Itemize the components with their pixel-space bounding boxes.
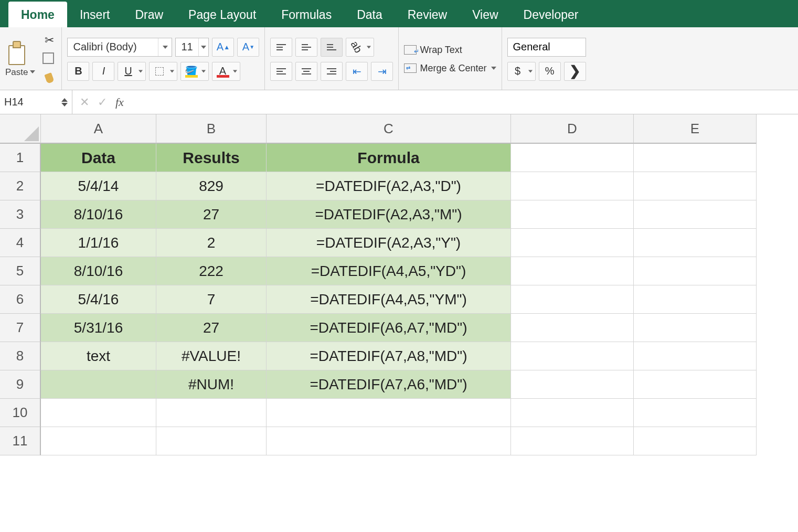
merge-center-button[interactable]: ⇄ Merge & Center: [404, 63, 496, 74]
cell-B5[interactable]: 222: [156, 257, 267, 285]
cell-C11[interactable]: [267, 427, 511, 455]
align-left-button[interactable]: [270, 62, 292, 81]
orientation-button[interactable]: ab: [346, 38, 374, 57]
cell-B1[interactable]: Results: [156, 144, 267, 172]
cell-C2[interactable]: =DATEDIF(A2,A3,"D"): [267, 172, 511, 200]
accounting-format-button[interactable]: $: [507, 62, 536, 81]
cell-D11[interactable]: [511, 427, 634, 455]
cell-B11[interactable]: [156, 427, 267, 455]
cut-button[interactable]: [42, 34, 56, 47]
cell-C8[interactable]: =DATEDIF(A7,A8,"MD"): [267, 342, 511, 370]
font-size-combo[interactable]: 11: [175, 38, 209, 57]
column-header-C[interactable]: C: [267, 114, 511, 144]
cell-A10[interactable]: [41, 399, 156, 427]
column-header-D[interactable]: D: [511, 114, 634, 144]
align-bottom-button[interactable]: [321, 38, 343, 57]
cell-B4[interactable]: 2: [156, 229, 267, 257]
select-all-corner[interactable]: [0, 114, 41, 144]
cell-C9[interactable]: =DATEDIF(A7,A6,"MD"): [267, 370, 511, 399]
borders-button[interactable]: [149, 62, 177, 81]
cell-E10[interactable]: [634, 399, 757, 427]
cell-E2[interactable]: [634, 172, 757, 200]
cell-E8[interactable]: [634, 342, 757, 370]
cell-B3[interactable]: 27: [156, 200, 267, 229]
row-header-8[interactable]: 8: [0, 342, 41, 370]
decrease-font-button[interactable]: A▼: [237, 38, 259, 57]
cell-C4[interactable]: =DATEDIF(A2,A3,"Y"): [267, 229, 511, 257]
cell-A1[interactable]: Data: [41, 144, 156, 172]
font-name-combo[interactable]: Calibri (Body): [67, 38, 172, 57]
cell-E5[interactable]: [634, 257, 757, 285]
cell-E7[interactable]: [634, 314, 757, 342]
cell-A8[interactable]: text: [41, 342, 156, 370]
cell-D5[interactable]: [511, 257, 634, 285]
cell-D2[interactable]: [511, 172, 634, 200]
row-header-6[interactable]: 6: [0, 285, 41, 314]
font-name-dropdown[interactable]: [158, 38, 172, 56]
cell-A7[interactable]: 5/31/16: [41, 314, 156, 342]
name-box-stepper[interactable]: [61, 98, 68, 107]
enter-formula-button[interactable]: ✓: [98, 95, 107, 109]
row-header-10[interactable]: 10: [0, 399, 41, 427]
cell-C3[interactable]: =DATEDIF(A2,A3,"M"): [267, 200, 511, 229]
cell-E11[interactable]: [634, 427, 757, 455]
tab-developer[interactable]: Developer: [511, 2, 591, 27]
row-header-9[interactable]: 9: [0, 370, 41, 399]
number-format-combo[interactable]: General: [507, 38, 586, 57]
tab-formulas[interactable]: Formulas: [269, 2, 344, 27]
tab-data[interactable]: Data: [344, 2, 395, 27]
bold-button[interactable]: B: [67, 62, 89, 81]
cell-D9[interactable]: [511, 370, 634, 399]
tab-review[interactable]: Review: [395, 2, 460, 27]
cell-C7[interactable]: =DATEDIF(A6,A7,"MD"): [267, 314, 511, 342]
paste-button[interactable]: Paste: [5, 41, 28, 78]
tab-insert[interactable]: Insert: [67, 2, 123, 27]
row-header-11[interactable]: 11: [0, 427, 41, 455]
cell-D8[interactable]: [511, 342, 634, 370]
cell-E9[interactable]: [634, 370, 757, 399]
increase-indent-button[interactable]: ⇥: [371, 62, 393, 81]
column-header-E[interactable]: E: [634, 114, 757, 144]
tab-draw[interactable]: Draw: [122, 2, 176, 27]
italic-button[interactable]: I: [92, 62, 114, 81]
copy-button[interactable]: [42, 52, 56, 66]
comma-format-button[interactable]: ❯: [564, 62, 586, 81]
cancel-formula-button[interactable]: ✕: [80, 95, 89, 109]
format-painter-button[interactable]: [42, 71, 56, 85]
cell-A4[interactable]: 1/1/16: [41, 229, 156, 257]
cell-C6[interactable]: =DATEDIF(A4,A5,"YM"): [267, 285, 511, 314]
cell-E3[interactable]: [634, 200, 757, 229]
cell-A6[interactable]: 5/4/16: [41, 285, 156, 314]
merge-dropdown-caret[interactable]: [491, 67, 496, 70]
name-box[interactable]: H14: [0, 90, 72, 114]
cell-E6[interactable]: [634, 285, 757, 314]
wrap-text-button[interactable]: ↵ Wrap Text: [404, 45, 462, 56]
paste-menu-caret[interactable]: [30, 70, 35, 73]
cell-B2[interactable]: 829: [156, 172, 267, 200]
tab-home[interactable]: Home: [8, 2, 67, 27]
cell-D10[interactable]: [511, 399, 634, 427]
cell-D3[interactable]: [511, 200, 634, 229]
cell-B9[interactable]: #NUM!: [156, 370, 267, 399]
row-header-1[interactable]: 1: [0, 144, 41, 172]
decrease-indent-button[interactable]: ⇤: [346, 62, 368, 81]
font-size-dropdown[interactable]: [198, 38, 209, 56]
cell-B7[interactable]: 27: [156, 314, 267, 342]
tab-page-layout[interactable]: Page Layout: [176, 2, 269, 27]
cell-C5[interactable]: =DATEDIF(A4,A5,"YD"): [267, 257, 511, 285]
column-header-A[interactable]: A: [41, 114, 156, 144]
fill-color-button[interactable]: 🪣: [180, 62, 209, 81]
row-header-5[interactable]: 5: [0, 257, 41, 285]
cell-A3[interactable]: 8/10/16: [41, 200, 156, 229]
cell-C1[interactable]: Formula: [267, 144, 511, 172]
cell-A5[interactable]: 8/10/16: [41, 257, 156, 285]
row-header-3[interactable]: 3: [0, 200, 41, 229]
row-header-7[interactable]: 7: [0, 314, 41, 342]
cell-E4[interactable]: [634, 229, 757, 257]
cell-D4[interactable]: [511, 229, 634, 257]
font-color-button[interactable]: A: [212, 62, 240, 81]
align-middle-button[interactable]: [295, 38, 317, 57]
cell-C10[interactable]: [267, 399, 511, 427]
cell-D1[interactable]: [511, 144, 634, 172]
insert-function-button[interactable]: fx: [115, 95, 124, 109]
